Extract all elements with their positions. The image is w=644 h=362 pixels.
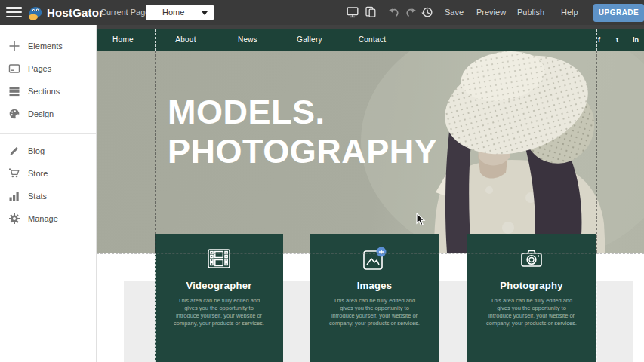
card-body-line: This area can be fully edited and [155,297,283,305]
mobile-view-icon[interactable] [365,6,377,18]
hostgator-builder-window: HostGator Current Page: Home [0,0,644,362]
sidebar-item-manage[interactable]: Manage [0,207,96,230]
hostgator-logo[interactable]: HostGator [27,4,103,21]
card-body-line: introduce yourself, your website or [310,312,439,320]
hostgator-mascot-icon [27,5,44,21]
hero-section[interactable]: MODELS. PHOTOGRAPHY [97,51,644,253]
card-body-line: company, your products or services. [467,320,596,327]
sidebar-divider [0,133,96,134]
publish-button[interactable]: Publish [517,0,544,25]
section-guide-left-hero [155,51,156,253]
sidebar-item-pages[interactable]: Pages [0,57,96,80]
section-guide-right-hero [596,51,597,253]
site-nav-item-contact[interactable]: Contact [359,29,387,51]
card-body-line: company, your products or services. [310,320,439,327]
redo-icon[interactable] [405,6,417,18]
save-button[interactable]: Save [445,0,464,25]
card-body-line: This area can be fully edited and [310,297,439,305]
card-title: Videographer [155,280,283,291]
pencil-icon [8,145,20,157]
site-nav-item-about[interactable]: About [175,29,196,51]
sidebar-item-label: Store [28,169,48,178]
bar-chart-icon [8,190,20,202]
card-body-line: gives you the opportunity to [310,305,439,312]
sidebar-item-label: Design [28,109,54,118]
brand-name: HostGator [47,6,103,19]
card-body-line: This area can be fully edited and [467,297,596,305]
sidebar-item-design[interactable]: Design [0,103,96,125]
desktop-view-icon[interactable] [347,6,359,18]
hamburger-menu-icon[interactable] [6,7,22,18]
camera-icon [467,245,596,274]
site-nav-item-home[interactable]: Home [112,29,134,51]
site-canvas: Home About News Gallery Contact f t in [97,25,644,362]
sidebar-item-label: Blog [28,146,45,155]
sidebar-item-blog[interactable]: Blog [0,140,96,162]
plus-icon [8,40,20,52]
linkedin-icon[interactable]: in [633,29,639,51]
sidebar-item-store[interactable]: Store [0,162,96,185]
current-page-label: Current Page: [100,0,152,25]
card-body-line: introduce yourself, your website or [155,312,283,320]
editor-sidebar: Elements Pages Sections Design [0,25,97,362]
sections-icon [8,85,20,97]
page-select-dropdown[interactable]: Home [146,5,214,20]
sidebar-item-elements[interactable]: Elements [0,35,96,57]
image-icon [310,245,439,274]
sidebar-item-label: Manage [28,214,58,223]
help-button[interactable]: Help [561,0,578,25]
section-guide-bottom [97,253,644,253]
section-guide-left-nav [155,29,156,51]
gear-icon [8,213,20,225]
history-icon[interactable] [421,6,433,18]
film-strip-icon [155,245,283,274]
section-guide-bottom-shadow [97,253,644,254]
sidebar-item-label: Sections [28,87,60,96]
pages-icon [8,63,20,75]
card-title: Photography [467,280,596,291]
hero-title-line1: MODELS. [168,93,437,132]
card-body: This area can be fully edited and gives … [310,297,439,327]
preview-button[interactable]: Preview [476,0,506,25]
sidebar-item-sections[interactable]: Sections [0,80,96,103]
card-body: This area can be fully edited and gives … [467,297,596,327]
sidebar-item-label: Elements [28,41,63,51]
site-nav-bar: Home About News Gallery Contact f t in [97,29,644,51]
card-body-line: gives you the opportunity to [467,305,596,312]
sidebar-item-label: Stats [28,192,47,201]
top-toolbar: HostGator Current Page: Home [0,0,644,25]
sidebar-item-stats[interactable]: Stats [0,185,96,207]
card-body-line: gives you the opportunity to [155,305,283,312]
twitter-icon[interactable]: t [616,29,618,51]
section-guide-left-lower [155,253,156,362]
site-nav-item-gallery[interactable]: Gallery [297,29,322,51]
card-body: This area can be fully edited and gives … [155,297,283,327]
undo-icon[interactable] [388,6,400,18]
cart-icon [8,167,20,179]
card-body-line: company, your products or services. [155,320,283,327]
page-select-value: Home [162,5,184,20]
hero-title-line2: PHOTOGRAPHY [168,132,437,171]
site-nav-item-news[interactable]: News [238,29,257,51]
upgrade-button[interactable]: UPGRADE [593,4,644,22]
sidebar-item-label: Pages [28,64,51,73]
facebook-icon[interactable]: f [598,29,600,51]
section-guide-right-nav [596,29,597,51]
hero-title[interactable]: MODELS. PHOTOGRAPHY [168,93,437,171]
add-element-badge-icon [377,247,387,257]
card-title: Images [310,280,439,291]
caret-down-icon [202,11,208,15]
card-body-line: introduce yourself, your website or [467,312,596,320]
palette-icon [8,108,20,120]
mouse-cursor-icon [416,213,427,227]
section-guide-right-lower [596,253,597,362]
